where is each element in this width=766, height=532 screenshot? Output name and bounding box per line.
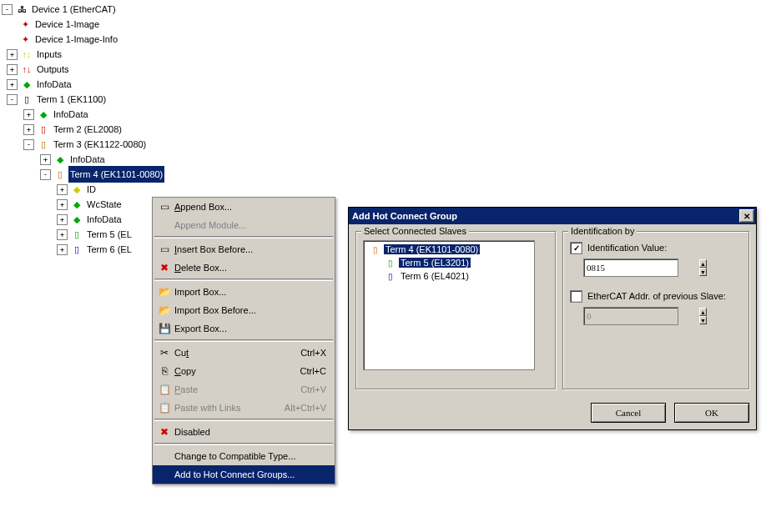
slave-term4[interactable]: Term 4 (EK1101-0080) — [384, 244, 480, 254]
tree-node-wcstate[interactable]: WcState — [85, 196, 123, 213]
tree-node-term1[interactable]: Term 1 (EK1100) — [35, 91, 108, 108]
tree-node-inputs[interactable]: Inputs — [35, 46, 63, 63]
group-label: Select Connected Slaves — [361, 226, 469, 236]
spinner: ▲▼ — [699, 308, 707, 324]
tree-node-term1-info[interactable]: InfoData — [52, 106, 90, 123]
checkbox-label: Identification Value: — [587, 243, 667, 253]
close-button[interactable]: ✕ — [739, 209, 754, 223]
menu-cut[interactable]: ✂CutCtrl+X — [153, 344, 335, 362]
paste-icon: 📋 — [156, 401, 173, 414]
info-icon: ◆ — [70, 213, 83, 226]
tree-node-term4-info[interactable]: InfoData — [85, 211, 123, 228]
expand-icon[interactable]: + — [23, 109, 34, 120]
expand-icon[interactable]: + — [7, 64, 18, 75]
collapse-icon[interactable]: - — [2, 4, 13, 15]
collapse-icon[interactable]: - — [7, 94, 18, 105]
box-icon: ▭ — [156, 200, 173, 213]
term-icon: ▯ — [70, 243, 83, 256]
dialog-titlebar[interactable]: Add Hot Connect Group ✕ — [349, 208, 756, 224]
menu-separator — [154, 419, 333, 421]
tree-node-term3[interactable]: Term 3 (EK1122-0080) — [52, 136, 148, 153]
slave-term5[interactable]: Term 5 (EL3201) — [399, 258, 471, 268]
checkbox-label: EtherCAT Addr. of previous Slave: — [587, 291, 726, 301]
paste-icon: 📋 — [156, 383, 173, 396]
spinner[interactable]: ▲▼ — [699, 259, 707, 276]
ident-value-input[interactable]: ▲▼ — [583, 258, 678, 277]
import-icon: 📂 — [156, 304, 173, 317]
tree-node-device[interactable]: Device 1 (EtherCAT) — [30, 1, 118, 18]
menu-delete-box[interactable]: ✖Delete Box... — [153, 258, 335, 277]
tree-node-term4[interactable]: Term 4 (EK1101-0080) — [68, 166, 164, 183]
menu-append-box[interactable]: ▭Append Box... — [153, 198, 335, 216]
expand-icon[interactable]: + — [57, 214, 68, 225]
box-icon: ▭ — [156, 243, 173, 256]
tree-node-term6[interactable]: Term 6 (EL — [85, 241, 134, 258]
ok-button[interactable]: OK — [674, 403, 749, 423]
menu-add-hot-connect[interactable]: Add to Hot Connect Groups... — [153, 465, 335, 484]
expand-icon[interactable]: + — [23, 124, 34, 135]
tree-node-outputs[interactable]: Outputs — [35, 61, 71, 78]
menu-change-type[interactable]: Change to Compatible Type... — [153, 447, 335, 465]
collapse-icon[interactable]: - — [40, 169, 51, 180]
term-icon: ▯ — [384, 269, 397, 283]
tree-node-term2[interactable]: Term 2 (EL2008) — [52, 121, 123, 138]
tree-node-term5[interactable]: Term 5 (EL — [85, 226, 134, 243]
menu-paste-links: 📋Paste with LinksAlt+Ctrl+V — [153, 399, 335, 417]
slave-term6[interactable]: Term 6 (EL4021) — [399, 270, 471, 282]
cut-icon: ✂ — [156, 346, 173, 359]
expand-icon[interactable]: + — [57, 229, 68, 240]
expand-icon[interactable]: + — [57, 199, 68, 210]
menu-separator — [154, 339, 333, 342]
id-icon: ◆ — [70, 183, 83, 196]
info-icon: ◆ — [53, 153, 67, 166]
menu-import-box-before[interactable]: 📂Import Box Before... — [153, 301, 335, 319]
addr-input: ▲▼ — [583, 307, 678, 325]
menu-import-box[interactable]: 📂Import Box... — [153, 283, 335, 301]
tree-node-term3-info[interactable]: InfoData — [68, 151, 107, 168]
menu-insert-before[interactable]: ▭Insert Box Before... — [153, 240, 335, 258]
hot-connect-dialog: Add Hot Connect Group ✕ Select Connected… — [348, 207, 757, 430]
group-label: Identification by — [568, 226, 637, 236]
disabled-icon: ✖ — [156, 425, 173, 439]
menu-export-box[interactable]: 💾Export Box... — [153, 319, 335, 338]
spin-down-icon[interactable]: ▼ — [699, 268, 707, 276]
blank-icon — [156, 218, 173, 232]
context-menu: ▭Append Box... Append Module... ▭Insert … — [152, 197, 335, 484]
tree-node-infodata[interactable]: InfoData — [35, 76, 73, 93]
device-icon: 🖧 — [15, 3, 28, 16]
checkbox-addr-prev[interactable] — [570, 290, 582, 303]
blank-icon — [156, 449, 173, 463]
expand-icon[interactable]: + — [57, 244, 68, 255]
menu-separator — [154, 236, 333, 238]
wcstate-icon: ◆ — [70, 198, 83, 211]
addr-field — [584, 308, 699, 324]
menu-copy[interactable]: ⎘CopyCtrl+C — [153, 362, 335, 380]
expand-icon[interactable]: + — [7, 79, 18, 90]
menu-separator — [154, 279, 333, 281]
dialog-title: Add Hot Connect Group — [352, 211, 739, 221]
menu-append-module: Append Module... — [153, 216, 335, 234]
menu-separator — [154, 443, 333, 445]
tree-node-image-info[interactable]: Device 1-Image-Info — [33, 31, 119, 48]
expand-icon[interactable]: + — [7, 49, 18, 60]
menu-disabled[interactable]: ✖Disabled — [153, 423, 335, 441]
info-icon: ◆ — [20, 78, 33, 91]
group-connected-slaves: Select Connected Slaves ▯Term 4 (EK1101-… — [355, 231, 556, 389]
menu-paste: 📋PasteCtrl+V — [153, 380, 335, 399]
slave-tree[interactable]: ▯Term 4 (EK1101-0080) ▯Term 5 (EL3201) ▯… — [363, 240, 535, 370]
ident-value-field[interactable] — [584, 259, 699, 276]
import-icon: 📂 — [156, 285, 173, 299]
group-identification: Identification by ✓ Identification Value… — [562, 231, 749, 389]
spin-down-icon: ▼ — [699, 316, 707, 324]
term-icon: ▯ — [53, 168, 67, 181]
info-icon: ◆ — [37, 108, 50, 121]
term-icon: ▯ — [70, 228, 83, 241]
spin-up-icon[interactable]: ▲ — [699, 259, 707, 268]
cancel-button[interactable]: Cancel — [591, 403, 666, 423]
checkbox-ident-value[interactable]: ✓ — [570, 242, 582, 254]
tree-node-image[interactable]: Device 1-Image — [33, 16, 101, 33]
expand-icon[interactable]: + — [40, 154, 51, 165]
collapse-icon[interactable]: - — [23, 139, 34, 150]
expand-icon[interactable]: + — [57, 184, 68, 195]
tree-node-id[interactable]: ID — [85, 181, 98, 198]
